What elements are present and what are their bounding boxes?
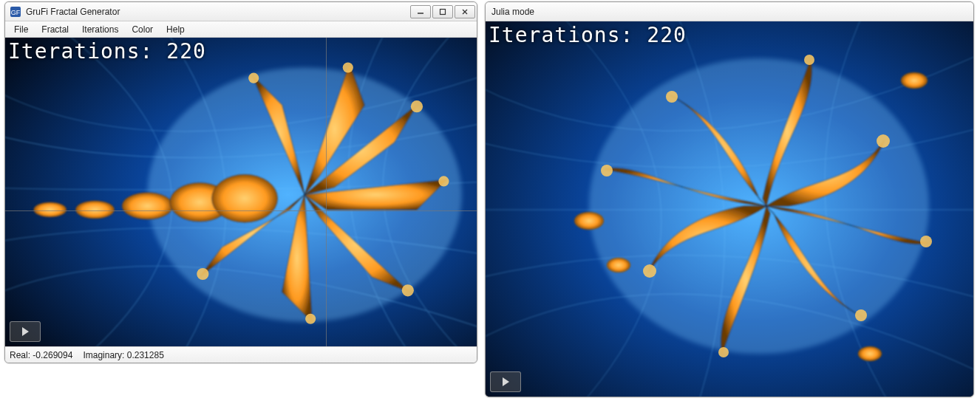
menu-help[interactable]: Help [160,23,191,36]
svg-rect-3 [440,9,446,14]
svg-point-15 [33,202,67,217]
status-imaginary: Imaginary: 0.231285 [83,350,163,360]
svg-point-24 [643,264,656,278]
close-button[interactable] [455,5,475,18]
svg-point-33 [901,72,928,89]
menu-iterations[interactable]: Iterations [76,23,124,36]
svg-point-32 [607,258,630,273]
svg-point-19 [211,174,277,222]
svg-point-17 [122,193,173,219]
iterations-overlay: Iterations: 220 [8,39,206,64]
status-bar: Real: -0.269094 Imaginary: 0.231285 [5,346,477,363]
app-icon: GF [10,6,21,18]
svg-point-28 [718,347,729,357]
crosshair-vertical [326,38,327,346]
julia-canvas[interactable]: Iterations: 220 [486,21,973,397]
svg-point-8 [411,100,423,112]
julia-titlebar[interactable]: Julia mode [486,2,973,21]
play-icon [500,376,511,388]
svg-text:GF: GF [11,9,21,16]
svg-point-11 [305,314,316,324]
svg-point-31 [574,212,604,230]
status-real: Real: -0.269094 [10,350,72,360]
titlebar[interactable]: GF GruFi Fractal Generator [5,2,477,21]
svg-point-23 [877,134,890,148]
play-icon [19,326,31,337]
julia-window: Julia mode [485,1,974,397]
menu-file[interactable]: File [8,23,34,36]
svg-point-25 [855,309,867,321]
svg-point-13 [248,73,259,83]
julia-window-title: Julia mode [491,7,972,17]
window-controls [409,5,475,18]
svg-point-12 [197,268,208,280]
crosshair-horizontal [5,210,477,211]
julia-render [486,21,973,397]
svg-marker-20 [22,327,29,336]
svg-point-29 [920,236,932,247]
julia-play-button[interactable] [490,371,521,392]
svg-point-30 [601,165,613,176]
julia-iterations-overlay: Iterations: 220 [489,23,687,47]
svg-point-34 [858,346,882,361]
maximize-button[interactable] [432,5,453,18]
svg-point-9 [438,176,449,186]
svg-point-14 [343,62,353,72]
play-button[interactable] [10,321,41,342]
window-title: GruFi Fractal Generator [26,7,409,17]
main-window: GF GruFi Fractal Generator File Fractal … [4,1,477,363]
svg-marker-35 [503,377,509,386]
svg-point-10 [402,284,414,296]
svg-point-16 [75,201,115,219]
svg-point-27 [804,55,814,65]
menu-color[interactable]: Color [126,23,159,36]
menu-fractal[interactable]: Fractal [35,23,75,36]
svg-point-26 [666,91,678,103]
minimize-button[interactable] [410,5,431,18]
mandelbrot-canvas[interactable]: Iterations: 220 [5,38,477,346]
menu-bar: File Fractal Iterations Color Help [5,21,477,38]
mandelbrot-render [5,38,477,346]
